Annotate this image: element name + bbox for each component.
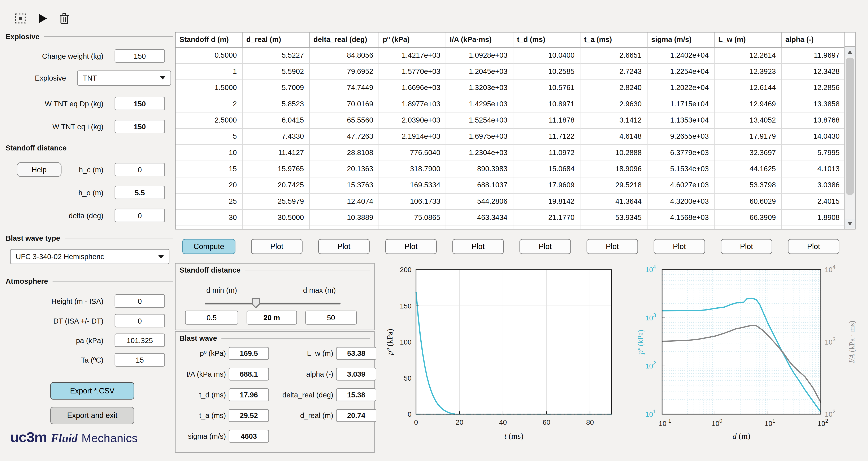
table-cell[interactable]: 2.6651 <box>580 47 647 63</box>
charge-weight-input[interactable] <box>115 49 165 63</box>
table-cell[interactable]: 5 <box>176 128 242 144</box>
table-cell[interactable]: 4.3200e+03 <box>647 193 714 209</box>
table-cell[interactable]: 5.7995 <box>781 144 845 161</box>
table-cell[interactable]: 10.5761 <box>513 80 580 96</box>
table-cell[interactable]: 12.3428 <box>781 63 845 79</box>
table-cell[interactable]: 13.4052 <box>714 112 781 128</box>
snapshot-icon[interactable] <box>13 11 28 26</box>
table-cell[interactable]: 13.8768 <box>781 112 845 128</box>
table-cell[interactable]: 1.1715e+04 <box>647 96 714 112</box>
table-cell[interactable]: 1.4217e+03 <box>379 47 446 63</box>
height-input[interactable] <box>115 294 165 308</box>
table-cell[interactable]: 6.3779e+03 <box>647 144 714 161</box>
table-cell[interactable]: 15.3763 <box>309 177 379 193</box>
table-cell[interactable]: 1.1353e+04 <box>647 112 714 128</box>
table-cell[interactable]: 79.6952 <box>309 63 379 79</box>
table-cell[interactable]: 688.1037 <box>446 177 513 193</box>
table-cell[interactable]: 75.0865 <box>379 209 446 225</box>
table-cell[interactable]: 169.5334 <box>379 177 446 193</box>
table-cell[interactable]: 1.2254e+04 <box>647 63 714 79</box>
d-slider-thumb[interactable] <box>252 298 260 309</box>
table-cell[interactable]: 44.1625 <box>714 161 781 177</box>
table-cell[interactable]: 4.6027e+03 <box>647 177 714 193</box>
table-cell[interactable]: 2.0390e+03 <box>379 112 446 128</box>
table-cell[interactable]: 398.0914 <box>446 226 513 230</box>
table-cell[interactable]: 776.5040 <box>379 144 446 161</box>
scrollbar-down-arrow[interactable] <box>845 219 855 228</box>
table-cell[interactable]: 5.5902 <box>242 63 309 79</box>
table-cell[interactable]: 14.0430 <box>781 128 845 144</box>
table-cell[interactable]: 1.8908 <box>781 209 845 225</box>
table-cell[interactable]: 12.9469 <box>714 96 781 112</box>
table-cell[interactable]: 15.9765 <box>242 161 309 177</box>
table-cell[interactable]: 10.8971 <box>513 96 580 112</box>
table-cell[interactable]: 1.2402e+04 <box>647 47 714 63</box>
table-cell[interactable]: 65.5560 <box>309 112 379 128</box>
table-cell[interactable]: 4.1013 <box>781 161 845 177</box>
w-tnt-i-input[interactable] <box>115 120 165 133</box>
table-cell[interactable]: 12.4074 <box>309 193 379 209</box>
table-cell[interactable]: 544.2806 <box>446 193 513 209</box>
table-cell[interactable]: 5.7009 <box>242 80 309 96</box>
blast-type-dropdown[interactable]: UFC 3-340-02 Hemispheric <box>10 249 169 264</box>
table-cell[interactable]: 17.9609 <box>513 177 580 193</box>
table-cell[interactable]: 3.1412 <box>580 112 647 128</box>
table-cell[interactable]: 4.1568e+03 <box>647 209 714 225</box>
plot-button-7[interactable]: Plot <box>654 239 705 254</box>
table-cell[interactable]: 2.4015 <box>781 193 845 209</box>
table-cell[interactable]: 5.5227 <box>242 47 309 63</box>
run-icon[interactable] <box>35 11 50 26</box>
table-cell[interactable]: 15 <box>176 161 242 177</box>
table-cell[interactable]: 30.5000 <box>242 209 309 225</box>
table-cell[interactable]: 1.6696e+03 <box>379 80 446 96</box>
table-cell[interactable]: 12.6144 <box>714 80 781 96</box>
table-cell[interactable]: 3.0386 <box>781 177 845 193</box>
table-cell[interactable]: 2 <box>176 96 242 112</box>
table-cell[interactable]: 0.5000 <box>176 47 242 63</box>
table-cell[interactable]: 10.2888 <box>580 144 647 161</box>
h-o-input[interactable] <box>115 186 165 199</box>
table-cell[interactable]: 1.5102 <box>781 226 845 230</box>
scrollbar-up-arrow[interactable] <box>845 48 855 57</box>
d-max-input[interactable] <box>305 311 356 325</box>
table-cell[interactable]: 30 <box>176 209 242 225</box>
table-cell[interactable]: 1.5254e+03 <box>446 112 513 128</box>
table-cell[interactable]: 35.4307 <box>242 226 309 230</box>
explosive-type-dropdown[interactable]: TNT <box>77 70 171 85</box>
table-cell[interactable]: 12.3923 <box>714 63 781 79</box>
table-cell[interactable]: 70.0169 <box>309 96 379 112</box>
table-cell[interactable]: 20.7425 <box>242 177 309 193</box>
table-cell[interactable]: 10.2585 <box>513 63 580 79</box>
table-cell[interactable]: 21.1770 <box>513 209 580 225</box>
table-cell[interactable]: 13.3858 <box>781 96 845 112</box>
w-tnt-dp-input[interactable] <box>115 97 165 110</box>
table-cell[interactable]: 1.3203e+03 <box>446 80 513 96</box>
table-cell[interactable]: 6.0415 <box>242 112 309 128</box>
table-cell[interactable]: 41.3644 <box>580 193 647 209</box>
table-cell[interactable]: 32.3697 <box>714 144 781 161</box>
table-cell[interactable]: 11.1878 <box>513 112 580 128</box>
table-cell[interactable]: 1 <box>176 63 242 79</box>
table-cell[interactable]: 10.3889 <box>309 209 379 225</box>
table-cell[interactable]: 5.1534e+03 <box>647 161 714 177</box>
table-cell[interactable]: 11.4127 <box>242 144 309 161</box>
table-cell[interactable]: 2.7243 <box>580 63 647 79</box>
table-cell[interactable]: 11.7122 <box>513 128 580 144</box>
d-min-input[interactable] <box>185 311 238 325</box>
table-cell[interactable]: 11.0972 <box>513 144 580 161</box>
table-cell[interactable]: 1.8977e+03 <box>379 96 446 112</box>
table-cell[interactable]: 1.2045e+03 <box>446 63 513 79</box>
table-cell[interactable]: 1.5000 <box>176 80 242 96</box>
plot-button-2[interactable]: Plot <box>318 239 370 254</box>
h-c-input[interactable] <box>115 163 165 176</box>
table-cell[interactable]: 2.1914e+03 <box>379 128 446 144</box>
table-cell[interactable]: 20 <box>176 177 242 193</box>
pa-input[interactable] <box>115 334 165 347</box>
plot-button-3[interactable]: Plot <box>385 239 437 254</box>
compute-button[interactable]: Compute <box>182 239 235 254</box>
table-cell[interactable]: 9.2655e+03 <box>647 128 714 144</box>
table-cell[interactable]: 25 <box>176 193 242 209</box>
table-cell[interactable]: 22.3066 <box>513 226 580 230</box>
table-cell[interactable]: 66.3909 <box>714 209 781 225</box>
table-cell[interactable]: 71.4904 <box>714 226 781 230</box>
